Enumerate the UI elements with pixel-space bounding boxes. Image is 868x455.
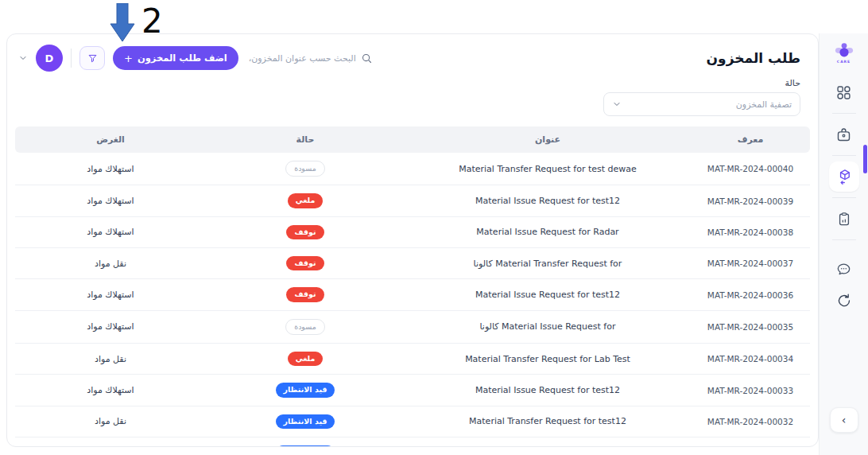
request-purpose-cell: استهلاك مواد [15,310,206,343]
step-annotation: 2 [110,3,163,45]
request-purpose-cell: استهلاك مواد [15,279,206,310]
status-filter-label: حالة [25,78,800,88]
user-menu-toggle[interactable] [18,53,28,63]
request-status-cell: توقف [206,216,405,247]
plus-icon: + [124,52,133,64]
request-title-cell: Material Transfer Request for test12 [405,406,691,437]
status-badge: توقف [286,287,324,301]
table-row[interactable]: MAT-MR-2024-00039 Material Issue Request… [15,185,810,216]
request-id-cell: MAT-MR-2024-00038 [691,216,810,247]
status-badge: توقف [286,225,324,239]
request-title-cell: Material Transfer Request for Lab Test [405,344,691,375]
request-status-cell: قيد الانتظار [206,438,405,447]
request-title-cell: Material Issue Request for test12 [405,279,691,310]
request-purpose-cell: نقل مواد [15,248,206,279]
table-row[interactable]: MAT-MR-2024-00037 Material Transfer Requ… [15,248,810,279]
down-arrow-icon [110,3,135,45]
page-title: طلب المخزون [707,50,800,66]
request-id-cell: MAT-MR-2024-00036 [691,279,810,310]
clipboard-icon [836,211,852,228]
request-id-cell: MAT-MR-2024-00040 [691,153,810,185]
page: 2 طلب المخزون + اضف طلب المخزون [0,0,868,455]
column-header-status: حالة [206,126,405,153]
request-status-cell: ملغي [206,344,405,375]
request-id-cell: MAT-MR-2024-00032 [691,406,810,437]
request-status-cell: قيد الانتظار [206,406,405,437]
request-status-cell: قيد الانتظار [206,375,405,406]
sidebar-item-dashboard[interactable] [829,79,859,106]
request-purpose-cell: استهلاك مواد [15,185,206,216]
care-logo-icon [834,41,854,59]
request-title-cell: Material Issue Request for كالونا [405,310,691,343]
request-id-cell: MAT-MR-2024-00034 [691,344,810,375]
active-item-indicator [863,145,867,173]
request-id-cell: MAT-MR-2024-00031 [691,438,810,447]
user-avatar[interactable]: D [36,45,63,72]
table-header-row: معرف عنوان حالة الغرض [15,126,810,153]
request-title-cell: Material Transfer Request for كالونا [405,248,691,279]
request-purpose-cell: نقل مواد [15,406,206,437]
app-logo[interactable]: CARE [834,41,854,64]
apps-grid-icon [835,84,852,101]
sidebar-item-inventory-active[interactable] [829,161,859,192]
sidebar-collapse-button[interactable]: ‹ [830,407,858,433]
request-purpose-cell: نقل مواد [15,344,206,375]
sidebar-divider [832,197,856,198]
column-header-id: معرف [691,126,810,153]
chevron-down-icon [612,99,622,109]
request-id-cell: MAT-MR-2024-00035 [691,310,810,343]
funnel-icon [87,52,99,64]
sidebar-item-messages[interactable] [829,255,859,282]
request-id-cell: MAT-MR-2024-00033 [691,375,810,406]
request-id-cell: MAT-MR-2024-00037 [691,248,810,279]
sidebar-item-reports[interactable] [829,205,859,232]
table-row[interactable]: MAT-MR-2024-00036 Material Issue Request… [15,279,810,310]
table-row[interactable]: MAT-MR-2024-00035 Material Issue Request… [15,310,810,343]
column-header-title: عنوان [405,126,691,153]
request-title-cell: Material Transfer Request for test dewae [405,153,691,185]
sidebar-item-medical-supplies[interactable] [829,121,859,148]
request-purpose-cell: استهلاك مواد [15,153,206,185]
sidebar: CARE [819,33,868,455]
request-purpose-cell: استهلاك مواد [15,216,206,247]
status-badge: ملغي [288,193,324,208]
requests-table-wrap: معرف عنوان حالة الغرض MAT-MR-2024-00040 … [15,126,810,447]
status-badge: مسودة [285,161,325,177]
add-material-request-button[interactable]: + اضف طلب المخزون [113,46,238,70]
column-header-purpose: الغرض [15,126,206,153]
chat-bubble-icon [835,261,852,278]
status-badge: مسودة [285,319,325,335]
request-status-cell: مسودة [206,310,405,343]
table-row[interactable]: MAT-MR-2024-00033 Material Issue Request… [15,375,810,406]
table-row[interactable]: MAT-MR-2024-00038 Material Issue Request… [15,216,810,247]
request-status-cell: توقف [206,248,405,279]
status-badge: قيد الانتظار [276,445,335,447]
request-purpose-cell: نقل مواد [15,438,206,447]
search-input[interactable] [246,53,356,64]
table-row[interactable]: MAT-MR-2024-00032 Material Transfer Requ… [15,406,810,437]
search-icon [361,52,373,64]
request-id-cell: MAT-MR-2024-00039 [691,185,810,216]
filter-button[interactable] [79,46,105,70]
search-box[interactable] [246,52,373,64]
step-annotation-number: 2 [141,3,163,40]
table-body: MAT-MR-2024-00040 Material Transfer Requ… [15,153,810,447]
status-filter-select[interactable]: تصفية المخزون [603,92,800,116]
status-filter-block: حالة تصفية المخزون [7,76,818,116]
material-request-panel: طلب المخزون + اضف طلب المخزون [6,33,819,447]
request-status-cell: مسودة [206,153,405,185]
request-purpose-cell: استهلاك مواد [15,375,206,406]
medical-bag-icon [835,126,852,143]
status-badge: ملغي [288,352,324,366]
request-title-cell: Material Issue Request for Radar [405,216,691,247]
sidebar-item-refresh[interactable] [829,287,859,314]
sidebar-divider [832,113,856,114]
table-row[interactable]: MAT-MR-2024-00034 Material Transfer Requ… [15,344,810,375]
table-row[interactable]: MAT-MR-2024-00031 Material Transfer Requ… [15,438,810,447]
request-title-cell: Material Issue Request for test12 [405,185,691,216]
requests-table: معرف عنوان حالة الغرض MAT-MR-2024-00040 … [15,126,810,447]
request-status-cell: توقف [206,279,405,310]
status-filter-placeholder: تصفية المخزون [736,99,792,110]
table-row[interactable]: MAT-MR-2024-00040 Material Transfer Requ… [15,153,810,185]
sidebar-divider [832,155,856,156]
